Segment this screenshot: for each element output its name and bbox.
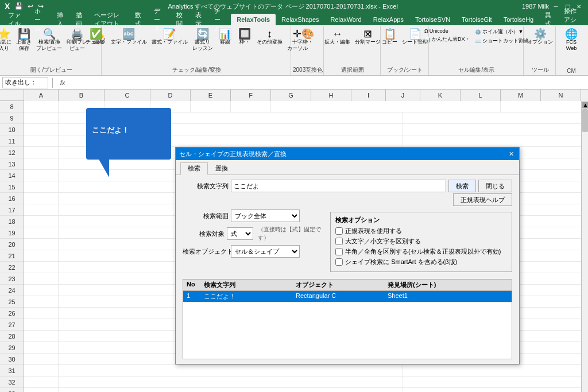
option-case-checkbox[interactable] bbox=[335, 238, 343, 245]
col-i[interactable]: I bbox=[351, 90, 386, 101]
btn-expand-edit[interactable]: ↔️ 拡大・編集 bbox=[323, 28, 352, 46]
row-num-31[interactable]: 31 bbox=[0, 365, 24, 377]
col-e[interactable]: E bbox=[191, 90, 231, 101]
row-num-14[interactable]: 14 bbox=[0, 170, 24, 181]
tab-tortoisesvn[interactable]: TortoiseSVN bbox=[409, 14, 456, 25]
row-num-20[interactable]: 20 bbox=[0, 239, 24, 250]
row-num-12[interactable]: 12 bbox=[0, 147, 24, 158]
regex-help-button[interactable]: 正規表現ヘルプ bbox=[453, 193, 512, 206]
name-box[interactable] bbox=[2, 77, 48, 88]
dialog-tab-search[interactable]: 検索 bbox=[180, 162, 208, 175]
btn-shortcut-assign[interactable]: ⌨️ ショートカット割当 bbox=[473, 37, 531, 45]
col-m[interactable]: M bbox=[501, 90, 541, 101]
btn-save[interactable]: 💾 上書き保存 bbox=[14, 28, 33, 53]
row-num-24[interactable]: 24 bbox=[0, 285, 24, 296]
vertical-scrollbar[interactable]: ▲ ▼ bbox=[581, 101, 588, 392]
btn-check[interactable]: ✅ チェック bbox=[84, 28, 108, 46]
btn-frame[interactable]: 🔲 枠・ bbox=[235, 28, 254, 46]
tab-view[interactable]: 表示 bbox=[189, 14, 208, 25]
tab-page-layout[interactable]: ページレイアウト bbox=[88, 14, 129, 25]
target-select[interactable]: 式 値 bbox=[227, 227, 253, 240]
speech-bubble-shape[interactable]: ここだよ！ bbox=[86, 108, 171, 177]
option-width-checkbox[interactable] bbox=[335, 248, 343, 255]
row-num-18[interactable]: 18 bbox=[0, 216, 24, 227]
cell-a8[interactable] bbox=[24, 101, 59, 112]
object-select[interactable]: セル＆シェイプ セルのみ シェイプのみ bbox=[231, 245, 300, 258]
tab-file[interactable]: ファイル bbox=[2, 14, 29, 25]
btn-wheel-small[interactable]: ⚙️ ホイル選（小）▼ bbox=[473, 28, 531, 36]
tab-assist[interactable]: 操作アシン bbox=[558, 14, 588, 25]
btn-borders[interactable]: 📊 罫線 bbox=[216, 28, 234, 46]
row-num-8[interactable]: 8 bbox=[0, 101, 24, 112]
col-j[interactable]: J bbox=[386, 90, 420, 101]
tab-ishiki[interactable]: 異式 bbox=[539, 14, 558, 25]
row-num-21[interactable]: 21 bbox=[0, 250, 24, 262]
dialog-close-button[interactable]: ✕ bbox=[506, 149, 516, 158]
cell-g8[interactable] bbox=[271, 101, 501, 112]
row-num-15[interactable]: 15 bbox=[0, 181, 24, 193]
row-num-29[interactable]: 29 bbox=[0, 342, 24, 354]
row-num-13[interactable]: 13 bbox=[0, 158, 24, 170]
search-input[interactable] bbox=[231, 180, 446, 192]
btn-search-preview[interactable]: 🔍 検索/置換プレビュー bbox=[34, 28, 64, 53]
row-num-19[interactable]: 19 bbox=[0, 227, 24, 239]
btn-options[interactable]: ⚙️ オプション bbox=[525, 28, 555, 46]
dialog-tab-replace[interactable]: 置換 bbox=[208, 162, 235, 174]
col-c[interactable]: C bbox=[105, 90, 150, 101]
search-button[interactable]: 検索 bbox=[448, 180, 476, 192]
btn-unicode[interactable]: Ω Unicode bbox=[423, 28, 472, 34]
col-f[interactable]: F bbox=[231, 90, 271, 101]
formula-input[interactable] bbox=[69, 77, 586, 88]
tab-review[interactable]: 校閲 bbox=[171, 14, 189, 25]
btn-compat-frame[interactable]: 🎨 枠・ bbox=[299, 28, 317, 46]
tab-team[interactable]: チーム bbox=[208, 14, 231, 25]
minimize-button[interactable]: ─ bbox=[551, 2, 560, 11]
cell-e8[interactable] bbox=[191, 101, 231, 112]
close-button[interactable]: 閉じる bbox=[478, 180, 512, 192]
row-num-33[interactable]: 33 bbox=[0, 388, 24, 392]
btn-copy-sheet[interactable]: 📋 コピー bbox=[380, 28, 399, 46]
btn-fcs-web[interactable]: 🌐 FCSWeb bbox=[562, 28, 581, 53]
col-l[interactable]: L bbox=[461, 90, 501, 101]
col-o[interactable]: O bbox=[581, 90, 588, 101]
row-num-9[interactable]: 9 bbox=[0, 112, 24, 124]
tab-insert[interactable]: 挿入 bbox=[51, 14, 70, 25]
row-num-30[interactable]: 30 bbox=[0, 354, 24, 365]
scope-select[interactable]: ブック全体 シート bbox=[231, 209, 300, 222]
option-regex-checkbox[interactable] bbox=[335, 227, 343, 235]
col-b[interactable]: B bbox=[59, 90, 105, 101]
btn-format-lesson[interactable]: 🔄 書式リレッスン bbox=[191, 28, 215, 53]
row-num-25[interactable]: 25 bbox=[0, 296, 24, 308]
corner-cell[interactable] bbox=[0, 90, 24, 100]
btn-kantan-dx[interactable]: 📊 かんたん表DX・ bbox=[423, 35, 472, 44]
row-num-22[interactable]: 22 bbox=[0, 262, 24, 273]
result-row[interactable]: 1 ここだよ！ Rectangular C Sheet1 bbox=[183, 291, 512, 302]
col-h[interactable]: H bbox=[311, 90, 351, 101]
row-num-11[interactable]: 11 bbox=[0, 135, 24, 147]
scroll-thumb[interactable] bbox=[582, 109, 588, 132]
scroll-up-arrow[interactable]: ▲ bbox=[582, 102, 588, 108]
tab-home[interactable]: ホーム bbox=[29, 14, 51, 25]
row-num-17[interactable]: 17 bbox=[0, 204, 24, 216]
btn-split-merge[interactable]: ⊠ 分割マージ bbox=[353, 28, 382, 46]
tab-tortoisegit[interactable]: TortoiseGit bbox=[456, 14, 498, 25]
row-num-27[interactable]: 27 bbox=[0, 319, 24, 331]
cell-f8[interactable] bbox=[231, 101, 271, 112]
tab-draw[interactable]: 描画 bbox=[70, 14, 89, 25]
cell-a10[interactable] bbox=[24, 124, 59, 135]
col-a[interactable]: A bbox=[24, 90, 59, 101]
cell-a9[interactable] bbox=[24, 112, 59, 124]
row-num-26[interactable]: 26 bbox=[0, 308, 24, 319]
row-num-16[interactable]: 16 bbox=[0, 193, 24, 204]
quick-save-icon[interactable]: 💾 bbox=[14, 2, 23, 10]
row-num-10[interactable]: 10 bbox=[0, 124, 24, 135]
row-num-32[interactable]: 32 bbox=[0, 377, 24, 388]
option-smartart-checkbox[interactable] bbox=[335, 258, 343, 266]
col-g[interactable]: G bbox=[271, 90, 311, 101]
tab-data[interactable]: データ bbox=[148, 14, 171, 25]
btn-favorites[interactable]: ⭐ お気に入り bbox=[0, 28, 13, 53]
btn-text-file[interactable]: 🔤 文字・ファイル bbox=[109, 28, 149, 46]
row-num-28[interactable]: 28 bbox=[0, 331, 24, 342]
tab-relaxapps[interactable]: RelaxApps bbox=[368, 14, 409, 25]
col-n[interactable]: N bbox=[541, 90, 581, 101]
